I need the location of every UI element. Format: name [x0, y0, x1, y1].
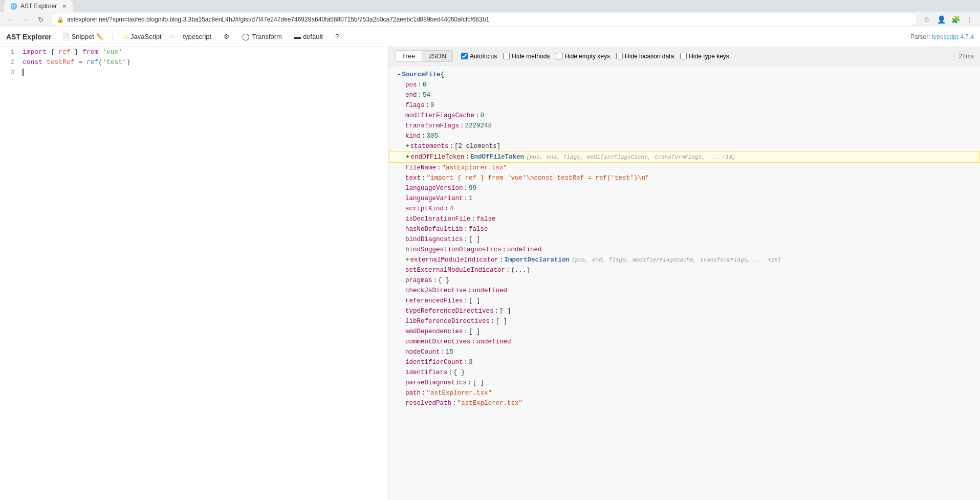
modifierFlagsCache-key: modifierFlagsCache	[405, 111, 474, 121]
tree-row-bind-suggestion-diagnostics: bindSuggestionDiagnostics: undefined	[389, 245, 980, 255]
filename-value: "astExplorer.tsx"	[442, 163, 508, 173]
plus-external-icon[interactable]: +	[405, 255, 409, 265]
tab-close-icon[interactable]: ✕	[62, 3, 67, 10]
kind-key: kind	[405, 131, 421, 141]
text-key: text	[405, 173, 421, 183]
parseDiag-key: parseDiagnostics	[405, 378, 467, 388]
pos-key: pos	[405, 80, 417, 90]
tree-row-transform-flags: transformFlags: 2229248	[389, 121, 980, 131]
hide-type-keys-option[interactable]: Hide type keys	[680, 53, 729, 60]
tree-row-statements[interactable]: + statements: [2 elements]	[389, 141, 980, 151]
eof-key: endOfFileToken	[411, 152, 465, 162]
commentDir-value: undefined	[476, 337, 511, 347]
browser-toolbar: ← → ↻ 🔒 astexplorer.net/?spm=taofed.blog…	[0, 12, 980, 27]
hide-location-checkbox[interactable]	[616, 53, 623, 59]
transform-icon: ◯	[242, 33, 250, 40]
resolvedPath-value: "astExplorer.tsx"	[458, 398, 523, 408]
tree-row-end: end: 54	[389, 90, 980, 100]
libRefDir-key: libReferenceDirectives	[405, 316, 490, 327]
minus-icon[interactable]: -	[397, 70, 401, 80]
nodeCount-key: nodeCount	[405, 347, 440, 357]
source-file-key: SourceFile	[402, 70, 441, 80]
tree-row-kind: kind: 305	[389, 131, 980, 141]
code-content-2: const testRef = ref('test')	[23, 57, 384, 68]
tree-row-identifiers: identifiers: { }	[389, 367, 980, 378]
profile-button[interactable]: 👤	[935, 13, 947, 26]
app-container: AST Explorer 📄 Snippet ✏️ | JS JavaScrip…	[0, 27, 980, 500]
tab-json[interactable]: JSON	[422, 51, 452, 61]
bookmark-button[interactable]: ☆	[921, 13, 933, 26]
hasNoDefaultLib-key: hasNoDefaultLib	[405, 224, 463, 234]
ast-tree[interactable]: - SourceFile { pos: 0 end: 54 flags: 0	[389, 66, 980, 500]
app-logo: AST Explorer	[6, 33, 52, 41]
hide-location-option[interactable]: Hide location data	[616, 53, 674, 60]
hide-type-keys-checkbox[interactable]	[680, 53, 687, 59]
line-number-3: 3	[4, 68, 14, 78]
typeRefDir-key: typeReferenceDirectives	[405, 306, 494, 316]
hide-empty-keys-checkbox[interactable]	[556, 53, 562, 59]
typescript-button[interactable]: typescript	[179, 31, 216, 42]
ast-panel: Tree JSON Autofocus Hide methods Hide em…	[389, 47, 980, 500]
tab-title: AST Explorer	[20, 3, 57, 10]
extensions-button[interactable]: 🧩	[949, 13, 962, 26]
tree-row-pos: pos: 0	[389, 80, 980, 90]
open-brace: {	[441, 70, 445, 80]
tree-row-parse-diagnostics: parseDiagnostics: [ ]	[389, 378, 980, 388]
hide-methods-checkbox[interactable]	[503, 53, 510, 59]
tree-row-set-external: setExternalModuleIndicator: (...)	[389, 265, 980, 275]
help-button[interactable]: ?	[331, 31, 343, 42]
pragmas-key: pragmas	[405, 275, 432, 286]
typescript-settings-button[interactable]: ⚙	[220, 31, 234, 42]
tree-row-lib-ref-directives: libReferenceDirectives: [ ]	[389, 316, 980, 327]
plus-statements-icon[interactable]: +	[405, 141, 409, 151]
tree-row-language-version: languageVersion: 99	[389, 183, 980, 193]
hasNoDefaultLib-value: false	[469, 224, 488, 234]
autofocus-option[interactable]: Autofocus	[461, 53, 497, 60]
externalModule-type: ImportDeclaration	[505, 255, 570, 265]
code-line-3: 3	[0, 68, 388, 78]
tree-row-pragmas: pragmas: { }	[389, 275, 980, 286]
tree-row-node-count: nodeCount: 15	[389, 347, 980, 357]
active-tab[interactable]: 🌐 AST Explorer ✕	[4, 0, 73, 12]
hide-empty-keys-option[interactable]: Hide empty keys	[556, 53, 610, 60]
tree-row-check-js: checkJsDirective: undefined	[389, 286, 980, 296]
transform-button[interactable]: ◯ Transform	[238, 31, 286, 42]
identifiers-value: { }	[453, 367, 465, 378]
line-number-2: 2	[4, 57, 14, 68]
parser-link[interactable]: typescript-4.7.4	[932, 33, 974, 40]
isDeclaration-key: isDeclarationFile	[405, 214, 471, 224]
default-button[interactable]: ▬ default	[290, 31, 327, 42]
hide-methods-option[interactable]: Hide methods	[503, 53, 550, 60]
snippet-button[interactable]: 📄 Snippet ✏️	[58, 31, 108, 42]
snippet-label: Snippet	[72, 33, 94, 40]
checkJs-value: undefined	[473, 286, 508, 296]
autofocus-checkbox[interactable]	[461, 53, 468, 59]
setExternal-key: setExternalModuleIndicator	[405, 265, 505, 275]
nodeCount-value: 15	[446, 347, 453, 357]
tree-row-endoffiletoken[interactable]: + endOfFileToken: EndOfFileToken {pos, e…	[389, 151, 980, 163]
end-key: end	[405, 90, 417, 100]
plus-eof-icon[interactable]: +	[406, 152, 410, 162]
tree-row-comment-directives: commentDirectives: undefined	[389, 337, 980, 347]
editor-panel[interactable]: 1 import { ref } from 'vue' 2 const test…	[0, 47, 389, 500]
reload-button[interactable]: ↻	[35, 13, 47, 26]
tree-row-external-module[interactable]: + externalModuleIndicator: ImportDeclara…	[389, 255, 980, 265]
lock-icon: 🔒	[57, 16, 64, 23]
bindSuggestion-value: undefined	[507, 245, 542, 255]
hide-location-label: Hide location data	[625, 53, 674, 60]
statements-value: [2 elements]	[454, 141, 500, 151]
divider-1: |	[112, 33, 114, 40]
tab-tree[interactable]: Tree	[396, 51, 421, 61]
language-button[interactable]: JS JavaScript	[118, 31, 166, 42]
menu-button[interactable]: ⋮	[964, 13, 976, 26]
tree-row-flags: flags: 0	[389, 100, 980, 111]
tree-row-sourcefile: - SourceFile {	[389, 70, 980, 80]
languageVersion-key: languageVersion	[405, 183, 463, 193]
ast-tabs: Tree JSON	[395, 50, 453, 62]
address-bar[interactable]: 🔒 astexplorer.net/?spm=taofed.bloginfo.b…	[50, 13, 918, 26]
back-button[interactable]: ←	[4, 13, 16, 26]
bindDiagnostics-key: bindDiagnostics	[405, 234, 463, 245]
checkJs-key: checkJsDirective	[405, 286, 467, 296]
forward-button[interactable]: →	[19, 13, 32, 26]
tree-row-resolved-path: resolvedPath: "astExplorer.tsx"	[389, 398, 980, 408]
